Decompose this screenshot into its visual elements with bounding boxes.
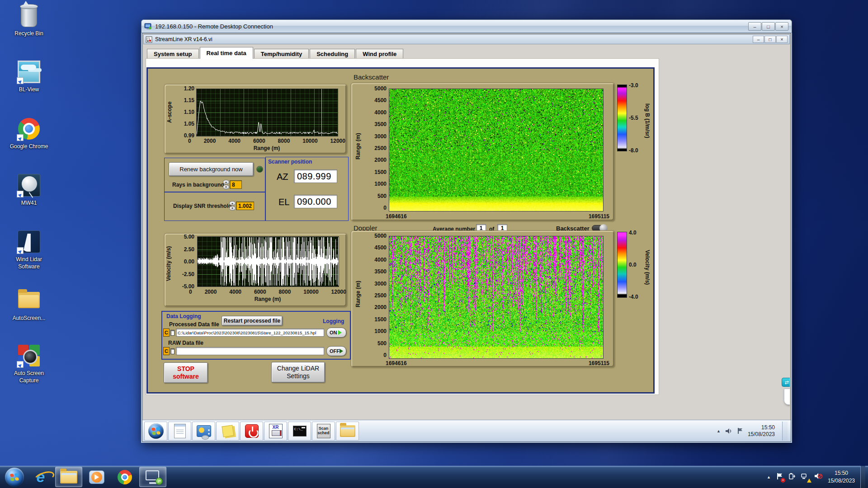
auto-screen-capture-icon [17,343,41,368]
start-orb-icon [5,468,24,487]
rdp-window: 192.168.0.150 - Remote Desktop Connectio… [141,19,792,443]
ascope-plot [196,89,338,136]
snr-spinner[interactable]: ▲▼ [229,201,236,210]
taskbar-rdp-button[interactable]: ⇄ [139,467,166,487]
rdp-close-button[interactable]: × [775,22,788,31]
raw-drive-box[interactable]: C [163,347,170,355]
tab-real-time-data[interactable]: Real time data [200,47,253,59]
raw-logging-off-button[interactable]: OFF [326,346,346,356]
scan-scheduler-icon: Scansched [317,424,330,438]
raw-path-field[interactable] [176,347,324,355]
tray-power-plug-icon[interactable] [788,473,796,481]
desktop-icon-google-chrome[interactable]: Google Chrome [5,117,53,150]
taskbar-explorer-button[interactable] [55,467,82,487]
processed-data-file-label: Processed Data file [169,321,219,328]
backscatter-y-axis-label: Range (m) [355,122,361,171]
tab-page: Backscatter Doppler A-scope 1.201.151.10… [146,58,659,395]
taskbar-chrome-button[interactable] [111,467,138,487]
remote-streamline-xr-button[interactable]: XR [264,422,287,441]
remote-tray-expand-icon[interactable]: ▲ [717,429,721,433]
tray-volume-muted-icon[interactable] [814,473,822,481]
backscatter-colorbar [617,84,627,151]
ascope-graph-group: A-scope 1.201.151.101.050.99 02000400060… [164,84,347,154]
rdp-maximize-button[interactable]: □ [762,22,775,31]
background-controls-group: Renew background now Rays in background … [164,158,265,192]
el-value-field[interactable]: 090.000 [294,195,337,208]
renew-background-button[interactable]: Renew background now [169,162,254,176]
rays-in-background-label: Rays in background [172,182,224,188]
processed-drive-box[interactable]: C [163,328,170,337]
remote-action-center-flag-icon[interactable] [737,427,743,434]
doppler-colorbar-label: Velocity (m/s) [644,240,651,295]
rdp-window-icon [144,23,152,30]
remote-speaker-icon[interactable] [725,428,732,434]
rdp-client-area: StreamLine XR v14-6.vi – □ × System setu… [142,33,791,442]
processed-logging-on-button[interactable]: ON [326,328,346,338]
change-lidar-settings-button[interactable]: Change LiDAR Settings [271,362,325,383]
tray-action-center-icon[interactable]: × [776,473,783,481]
taskbar-clock-time: 15:50 [828,469,855,477]
az-value-field[interactable]: 089.999 [294,169,337,183]
app-minimize-button[interactable]: – [753,36,764,43]
bl-view-icon [17,60,41,84]
tray-network-icon[interactable] [801,473,809,481]
remote-show-desktop-button[interactable] [782,422,788,441]
doppler-x-end: 1695115 [589,360,609,366]
off-led-icon [340,349,345,353]
tray-expand-icon[interactable]: ▲ [767,475,771,479]
logging-label: Logging [323,318,344,324]
display-settings-icon [197,425,211,437]
rdp-window-title: 192.168.0.150 - Remote Desktop Connectio… [155,23,273,30]
remote-scan-scheduler-button[interactable]: Scansched [312,422,335,441]
processed-path-field[interactable]: C:\Lidar\Data\Proc\2023\202308\20230815\… [176,328,324,337]
taskbar-internet-explorer-button[interactable]: e [27,467,54,487]
remote-start-button[interactable] [144,422,167,441]
remote-clock[interactable]: 15:50 15/08/2023 [748,424,775,438]
tab-wind-profile[interactable]: Wind profile [356,49,403,59]
app-window-title: StreamLine XR v14-6.vi [155,36,212,42]
desktop-icon-mw41[interactable]: MW41 [5,173,53,207]
remote-power-button[interactable] [240,422,263,441]
taskbar: e ⇄ ▲ × 15:50 15/08/2023 [0,466,868,488]
desktop-icon-label: MW41 [5,200,53,207]
scanner-position-group: Scanner position AZ 089.999 EL 090.000 [265,157,349,221]
stop-software-button[interactable]: STOP software [164,362,208,383]
app-titlebar[interactable]: StreamLine XR v14-6.vi – □ × [143,34,790,44]
doppler-y-ticks: 5000450040003500300025002000150010005000 [367,233,387,358]
tab-scheduling[interactable]: Scheduling [310,49,355,59]
rays-spinner[interactable]: ▲▼ [223,180,229,189]
start-button[interactable] [3,467,26,487]
desktop-icon-auto-screen-capture[interactable]: Auto Screen Capture [5,343,53,384]
change-line1: Change LiDAR [277,365,319,373]
desktop-icon-label: Google Chrome [5,143,53,150]
show-desktop-button[interactable] [860,466,865,488]
desktop-icon-recycle-bin[interactable]: Recycle Bin [5,4,53,38]
ascope-y-axis-label: A-scope [166,94,173,130]
remote-notepad-button[interactable] [168,422,191,441]
velocity-x-ticks: 020004000600080001000012000 [189,289,346,295]
app-restore-button[interactable]: □ [764,36,776,43]
app-close-button[interactable]: × [776,36,788,43]
remote-command-prompt-button[interactable]: C:\_ [288,422,311,441]
rdp-minimize-button[interactable]: – [748,22,761,31]
taskbar-media-player-button[interactable] [83,467,110,487]
remote-start-orb-icon [148,423,164,439]
remote-folder-button[interactable] [336,422,359,441]
rdp-titlebar[interactable]: 192.168.0.150 - Remote Desktop Connectio… [141,19,792,33]
ascope-y-ticks: 1.201.151.101.050.99 [175,86,194,138]
taskbar-clock[interactable]: 15:50 15/08/2023 [828,469,855,484]
el-label: EL [278,197,289,207]
ascope-x-ticks: 020004000600080001000012000 [188,138,345,144]
desktop-icon-wind-lidar[interactable]: Wind Lidar Software [5,230,53,270]
restart-processed-file-button[interactable]: Restart processed file [222,316,283,326]
desktop-icon-bl-view[interactable]: BL-View [5,60,53,94]
snr-value-field[interactable]: 1.002 [236,202,254,210]
desktop-icon-autoscreen-folder[interactable]: AutoScreen... [5,288,53,322]
remote-sticky-notes-button[interactable] [216,422,239,441]
remote-display-settings-button[interactable] [192,422,215,441]
tab-system-setup[interactable]: System setup [147,49,199,59]
rays-value-field[interactable]: 8 [230,180,242,189]
desktop-icon-label: Wind Lidar Software [5,256,53,270]
tab-temp-humidity[interactable]: Temp/humidity [254,49,309,59]
sync-notifier-icon[interactable]: ⇄ [782,378,790,387]
